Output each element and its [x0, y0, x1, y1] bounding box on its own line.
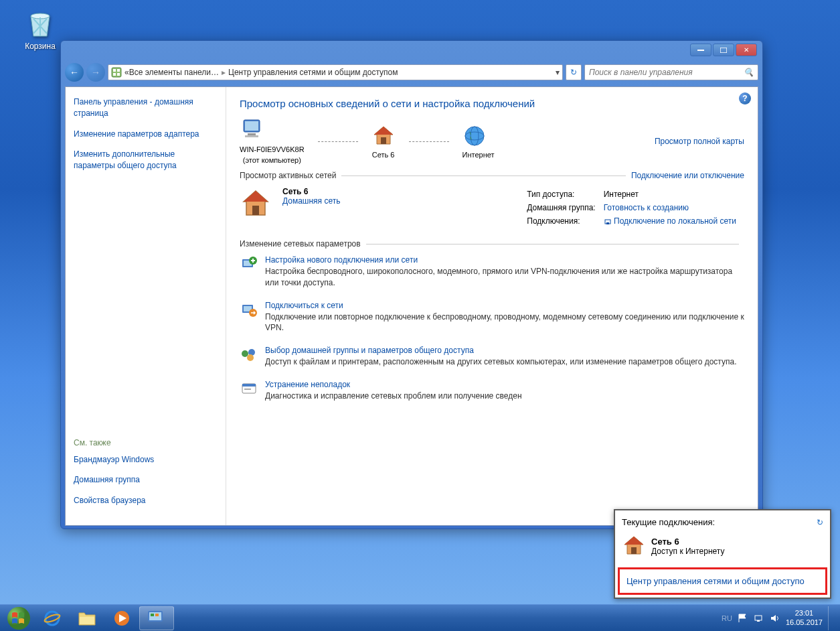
sidebar-advanced-link[interactable]: Изменить дополнительные параметры общего…: [74, 149, 218, 171]
popup-network-item[interactable]: Сеть 6 Доступ к Интернету: [615, 531, 830, 565]
taskbar-ie[interactable]: [35, 606, 70, 630]
popup-net-name: Сеть 6: [651, 537, 724, 547]
connections-label: Подключения:: [527, 215, 602, 227]
connect-disconnect-link[interactable]: Подключение или отключение: [631, 171, 744, 180]
full-map-link[interactable]: Просмотр полной карты: [655, 137, 744, 146]
breadcrumb-root[interactable]: Все элементы панели…: [129, 68, 219, 77]
computer-icon: [240, 119, 269, 143]
recycle-bin-icon: [24, 7, 56, 39]
internet-node: Интернет: [463, 124, 495, 159]
svg-rect-2: [720, 48, 727, 53]
computer-node: WIN-F0IE9VV6K8R (этот компьютер): [240, 119, 305, 164]
control-panel-task-icon: [147, 610, 167, 627]
svg-rect-12: [381, 137, 386, 144]
homgegroup-settings-icon: [240, 346, 258, 364]
network-node: Сеть 6: [371, 124, 396, 159]
setting-new-connection[interactable]: Настройка нового подключения или сети: [265, 255, 744, 265]
start-button[interactable]: [3, 606, 35, 631]
control-panel-window: ✕ ← → « Все элементы панели… ▸ Центр упр…: [60, 40, 763, 529]
network-popup: Текущие подключения: ↻ Сеть 6 Доступ к И…: [614, 509, 831, 599]
access-type-label: Тип доступа:: [527, 188, 602, 200]
breadcrumb-separator: ▸: [222, 68, 226, 77]
tray-time[interactable]: 23:01: [786, 609, 823, 618]
svg-rect-42: [151, 614, 154, 616]
sidebar-browser-link[interactable]: Свойства браузера: [74, 495, 218, 506]
page-title: Просмотр основных сведений о сети и наст…: [240, 98, 744, 109]
active-net-type[interactable]: Домашняя сеть: [282, 196, 340, 206]
recycle-bin-label: Корзина: [17, 42, 64, 51]
sidebar-home-link[interactable]: Панель управления - домашняя страница: [74, 96, 218, 119]
svg-rect-6: [113, 73, 116, 76]
active-net-name: Сеть 6: [282, 187, 340, 196]
svg-point-25: [242, 350, 248, 357]
breadcrumb[interactable]: « Все элементы панели… ▸ Центр управлени…: [108, 64, 563, 80]
search-icon: 🔍: [744, 68, 754, 77]
svg-point-27: [247, 354, 254, 361]
popup-refresh-icon[interactable]: ↻: [817, 518, 823, 527]
search-box[interactable]: 🔍: [584, 64, 758, 80]
connections-value[interactable]: Подключение по локальной сети: [604, 215, 743, 227]
taskbar-wmp[interactable]: [104, 606, 139, 630]
house-icon: [622, 534, 646, 558]
svg-rect-16: [252, 206, 259, 215]
svg-rect-30: [244, 389, 251, 390]
internet-label: Интернет: [463, 151, 495, 159]
sidebar-adapter-link[interactable]: Изменение параметров адаптера: [74, 129, 218, 140]
popup-network-center-link[interactable]: Центр управления сетями и общим доступо: [618, 567, 827, 595]
close-button[interactable]: ✕: [736, 44, 757, 56]
ie-icon: [43, 609, 62, 628]
homegroup-value[interactable]: Готовность к созданию: [604, 202, 743, 214]
globe-icon: [463, 124, 487, 148]
svg-rect-11: [245, 135, 258, 137]
help-icon[interactable]: ?: [739, 92, 751, 104]
maximize-button[interactable]: [713, 44, 734, 56]
setting-new-connection-desc: Настройка беспроводного, широкополосного…: [265, 266, 744, 289]
popup-net-status: Доступ к Интернету: [651, 547, 724, 556]
homegroup-label: Домашняя группа:: [527, 202, 602, 214]
minimize-button[interactable]: [690, 44, 711, 56]
taskbar-control-panel[interactable]: [139, 606, 174, 630]
svg-rect-5: [117, 69, 120, 72]
computer-name: WIN-F0IE9VV6K8R: [240, 145, 305, 153]
search-input[interactable]: [589, 68, 744, 77]
svg-rect-18: [606, 222, 609, 224]
tray-volume-icon[interactable]: [770, 613, 780, 624]
breadcrumb-current[interactable]: Центр управления сетями и общим доступом: [228, 68, 398, 77]
taskbar-explorer[interactable]: [70, 606, 104, 630]
house-icon: [371, 124, 396, 148]
svg-point-13: [465, 127, 484, 145]
sidebar-homegroup-link[interactable]: Домашняя группа: [74, 474, 218, 486]
setting-homegroup-desc: Доступ к файлам и принтерам, расположенн…: [265, 356, 737, 368]
connection-line: [409, 141, 449, 142]
sidebar-firewall-link[interactable]: Брандмауэр Windows: [74, 454, 218, 466]
setting-troubleshoot[interactable]: Устранение неполадок: [265, 380, 522, 389]
control-panel-icon: [111, 67, 122, 78]
show-desktop-button[interactable]: [828, 606, 833, 630]
recycle-bin[interactable]: Корзина: [17, 7, 64, 51]
svg-rect-9: [245, 121, 258, 131]
tray-network-icon[interactable]: [754, 613, 764, 624]
tray-language[interactable]: RU: [722, 614, 732, 622]
tray-date[interactable]: 16.05.2017: [786, 618, 823, 627]
breadcrumb-dropdown[interactable]: ▾: [556, 68, 560, 77]
svg-rect-37: [80, 617, 94, 624]
svg-rect-10: [248, 133, 256, 135]
change-settings-heading: Изменение сетевых параметров: [240, 239, 361, 249]
svg-rect-43: [155, 614, 159, 616]
see-also-heading: См. также: [74, 438, 218, 447]
nav-back-button[interactable]: ←: [65, 63, 84, 82]
nav-forward-button[interactable]: →: [86, 63, 105, 82]
svg-rect-7: [117, 73, 120, 76]
sidebar: Панель управления - домашняя страница Из…: [66, 87, 226, 525]
setting-connect-network[interactable]: Подключиться к сети: [265, 301, 744, 310]
breadcrumb-chevron: «: [124, 68, 129, 77]
svg-point-34: [7, 607, 30, 630]
setting-troubleshoot-desc: Диагностика и исправление сетевых пробле…: [265, 391, 522, 402]
connection-line: [318, 141, 358, 142]
setting-homegroup[interactable]: Выбор домашней группы и параметров общег…: [265, 346, 737, 355]
wmp-icon: [113, 610, 131, 627]
windows-logo-icon: [7, 606, 31, 630]
refresh-button[interactable]: ↻: [566, 64, 582, 80]
new-connection-icon: [240, 255, 258, 274]
tray-flag-icon[interactable]: [738, 613, 748, 624]
